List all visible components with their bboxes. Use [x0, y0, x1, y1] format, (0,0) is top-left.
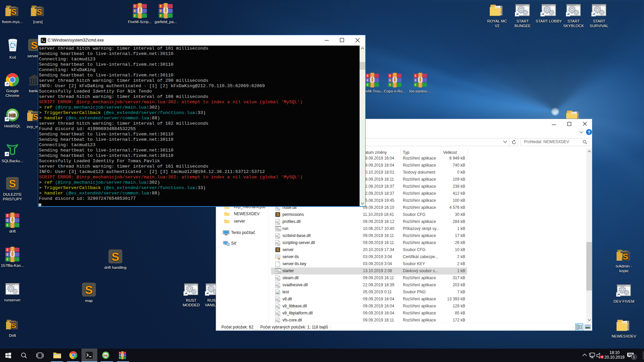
svg-text:?: ? — [588, 130, 590, 135]
svg-text:1: 1 — [633, 355, 635, 359]
